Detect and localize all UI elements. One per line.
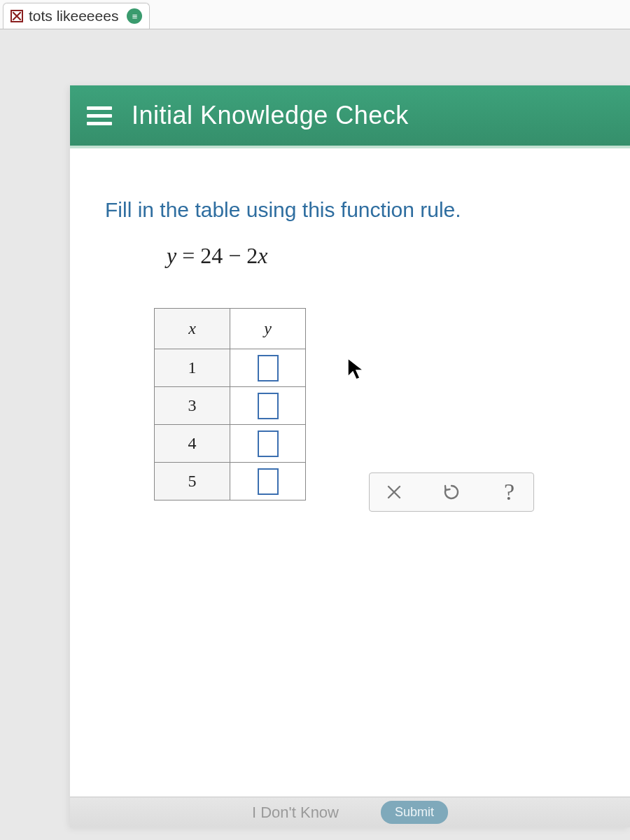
reset-icon[interactable]	[440, 480, 463, 504]
table-header-x: x	[155, 309, 230, 349]
table-row: 5	[155, 463, 306, 500]
y-input[interactable]	[258, 468, 279, 495]
page-title: Initial Knowledge Check	[132, 101, 409, 130]
y-input[interactable]	[258, 393, 279, 419]
tab-secondary-icon: ≡	[127, 8, 142, 24]
question-area: Fill in the table using this function ru…	[70, 148, 630, 512]
footer-bar: I Don't Know Submit	[70, 797, 630, 827]
table-row: 3	[155, 387, 306, 425]
submit-button[interactable]: Submit	[381, 801, 448, 824]
help-icon[interactable]: ?	[497, 480, 521, 504]
function-table: x y 1 3 4 5	[154, 308, 306, 500]
y-input[interactable]	[258, 430, 279, 457]
tab-title: tots likeeeees	[29, 8, 118, 24]
table-header-y: y	[230, 309, 306, 349]
content-panel: Initial Knowledge Check Fill in the tabl…	[70, 85, 630, 827]
function-rule: y = 24 − 2x	[167, 243, 595, 269]
y-input[interactable]	[258, 355, 279, 382]
y-cell	[230, 349, 306, 387]
table-row: 4	[155, 425, 306, 463]
question-prompt: Fill in the table using this function ru…	[105, 196, 595, 223]
browser-tab-bar: tots likeeeees ≡	[0, 0, 630, 29]
browser-tab[interactable]: tots likeeeees ≡	[3, 3, 150, 29]
y-cell	[230, 387, 306, 425]
clear-icon[interactable]	[382, 480, 406, 504]
x-cell: 4	[155, 425, 230, 463]
y-cell	[230, 425, 306, 463]
app-header: Initial Knowledge Check	[70, 85, 630, 148]
x-cell: 5	[155, 463, 230, 500]
x-cell: 1	[155, 349, 230, 387]
i-dont-know-button[interactable]: I Don't Know	[252, 804, 339, 822]
menu-icon[interactable]	[87, 106, 112, 125]
y-cell	[230, 463, 306, 500]
tab-favicon-close-icon	[10, 10, 23, 22]
answer-toolbar: ?	[369, 472, 534, 512]
x-cell: 3	[155, 387, 230, 425]
table-row: 1	[155, 349, 306, 387]
